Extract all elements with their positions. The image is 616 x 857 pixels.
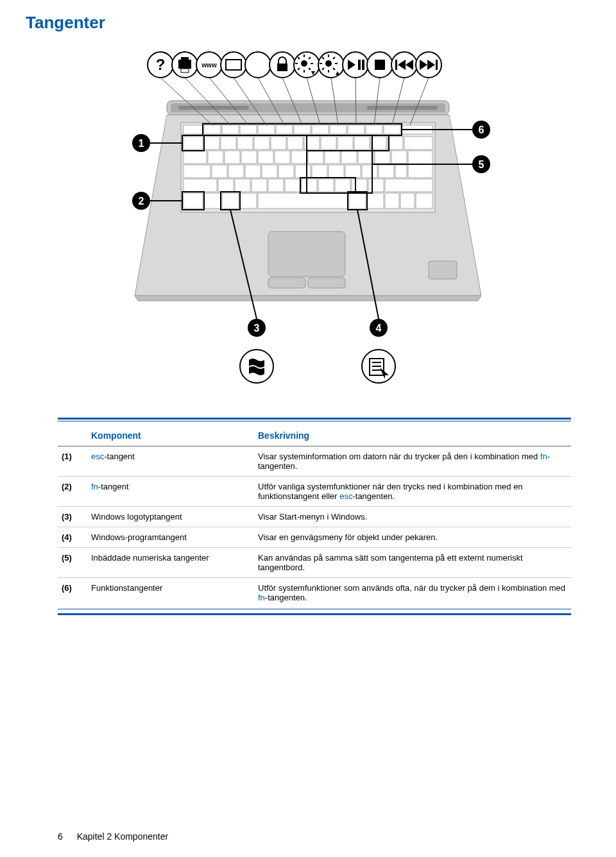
menu-key-icon xyxy=(362,350,395,383)
svg-rect-92 xyxy=(295,165,311,178)
svg-rect-77 xyxy=(275,151,290,164)
table-row: (3) Windows logotyptangent Visar Start-m… xyxy=(58,507,571,527)
svg-rect-68 xyxy=(354,137,370,149)
lock-icon xyxy=(277,64,287,71)
svg-rect-100 xyxy=(218,179,234,192)
svg-text:6: 6 xyxy=(479,124,484,135)
keyboard-diagram-svg: ? www xyxy=(122,46,507,392)
page-title: Tangenter xyxy=(26,13,571,33)
row-num: (2) xyxy=(58,477,87,507)
row-num: (3) xyxy=(58,507,87,527)
svg-rect-55 xyxy=(366,125,382,134)
row-component: fn-tangent xyxy=(87,477,254,507)
svg-text:2: 2 xyxy=(139,196,144,207)
svg-rect-89 xyxy=(245,165,261,178)
chapter-label: Kapitel 2 Komponenter xyxy=(77,831,168,842)
svg-rect-73 xyxy=(208,151,223,164)
svg-rect-69 xyxy=(371,137,386,149)
svg-rect-41 xyxy=(367,106,438,110)
svg-rect-93 xyxy=(312,165,327,178)
svg-rect-56 xyxy=(384,125,400,134)
svg-rect-49 xyxy=(258,125,275,134)
table-row: (2) fn-tangent Utför vanliga systemfunkt… xyxy=(58,477,571,507)
help-icon: ? xyxy=(156,56,166,73)
table-row: (1) esc-tangent Visar systeminformation … xyxy=(58,446,571,477)
svg-text:5: 5 xyxy=(479,159,484,170)
svg-rect-45 xyxy=(184,125,203,134)
svg-point-6 xyxy=(245,52,271,78)
svg-rect-83 xyxy=(375,151,390,164)
row-num: (6) xyxy=(58,578,87,608)
svg-rect-108 xyxy=(352,179,367,192)
svg-rect-104 xyxy=(285,179,300,192)
svg-rect-67 xyxy=(338,137,353,149)
svg-rect-98 xyxy=(395,165,407,178)
table-row: (5) Inbäddade numeriska tangenter Kan an… xyxy=(58,548,571,578)
svg-rect-120 xyxy=(416,193,432,208)
table-row: (6) Funktionstangenter Utför systemfunkt… xyxy=(58,578,571,608)
row-component: Funktionstangenter xyxy=(87,578,254,608)
svg-rect-119 xyxy=(400,193,415,208)
svg-rect-74 xyxy=(225,151,240,164)
row-description: Visar Start-menyn i Windows. xyxy=(254,507,571,527)
svg-rect-106 xyxy=(318,179,334,192)
row-component: Inbäddade numeriska tangenter xyxy=(87,548,254,578)
svg-rect-46 xyxy=(204,125,221,134)
svg-rect-129 xyxy=(268,232,345,276)
svg-rect-103 xyxy=(268,179,284,192)
svg-rect-59 xyxy=(204,137,219,149)
svg-rect-110 xyxy=(385,179,432,192)
svg-rect-132 xyxy=(429,261,457,279)
svg-rect-116 xyxy=(349,193,366,208)
svg-rect-115 xyxy=(258,193,348,208)
svg-rect-90 xyxy=(262,165,277,178)
svg-rect-131 xyxy=(308,278,345,288)
windows-logo-icon xyxy=(240,350,273,383)
svg-rect-47 xyxy=(222,125,239,134)
row-description: Utför vanliga systemfunktioner när den t… xyxy=(254,477,571,507)
print-icon xyxy=(178,60,191,69)
header-description: Beskrivning xyxy=(254,425,571,446)
svg-rect-72 xyxy=(184,151,207,164)
svg-rect-97 xyxy=(379,165,394,178)
row-num: (1) xyxy=(58,446,87,477)
shortcut-icons-row: ? www xyxy=(148,52,441,78)
svg-rect-87 xyxy=(212,165,227,178)
svg-rect-111 xyxy=(184,193,203,208)
svg-rect-107 xyxy=(335,179,350,192)
svg-rect-113 xyxy=(222,193,239,208)
svg-rect-64 xyxy=(287,137,303,149)
stop-icon xyxy=(375,60,385,70)
www-icon: www xyxy=(201,62,217,69)
row-num: (4) xyxy=(58,527,87,548)
row-description: Visar systeminformation om datorn när du… xyxy=(254,446,571,477)
table-header-row: Komponent Beskrivning xyxy=(58,425,571,446)
svg-rect-91 xyxy=(278,165,294,178)
svg-rect-118 xyxy=(385,193,399,208)
svg-rect-112 xyxy=(204,193,221,208)
svg-rect-62 xyxy=(254,137,270,149)
svg-rect-79 xyxy=(308,151,323,164)
svg-rect-53 xyxy=(330,125,346,134)
svg-rect-71 xyxy=(404,137,432,149)
svg-rect-99 xyxy=(184,179,217,192)
row-component: Windows logotyptangent xyxy=(87,507,254,527)
svg-rect-70 xyxy=(388,137,403,149)
svg-rect-109 xyxy=(368,179,384,192)
page-number: 6 xyxy=(58,831,63,842)
svg-rect-81 xyxy=(341,151,357,164)
svg-rect-82 xyxy=(358,151,373,164)
svg-rect-63 xyxy=(271,137,286,149)
row-description: Utför systemfunktioner som används ofta,… xyxy=(254,578,571,608)
svg-rect-114 xyxy=(240,193,257,208)
svg-rect-75 xyxy=(241,151,257,164)
svg-rect-29 xyxy=(358,60,361,70)
svg-marker-43 xyxy=(135,296,481,301)
svg-rect-50 xyxy=(276,125,293,134)
row-num: (5) xyxy=(58,548,87,578)
svg-rect-2 xyxy=(181,57,189,61)
svg-rect-88 xyxy=(228,165,244,178)
svg-rect-76 xyxy=(258,151,273,164)
svg-rect-94 xyxy=(329,165,344,178)
svg-rect-117 xyxy=(367,193,384,208)
